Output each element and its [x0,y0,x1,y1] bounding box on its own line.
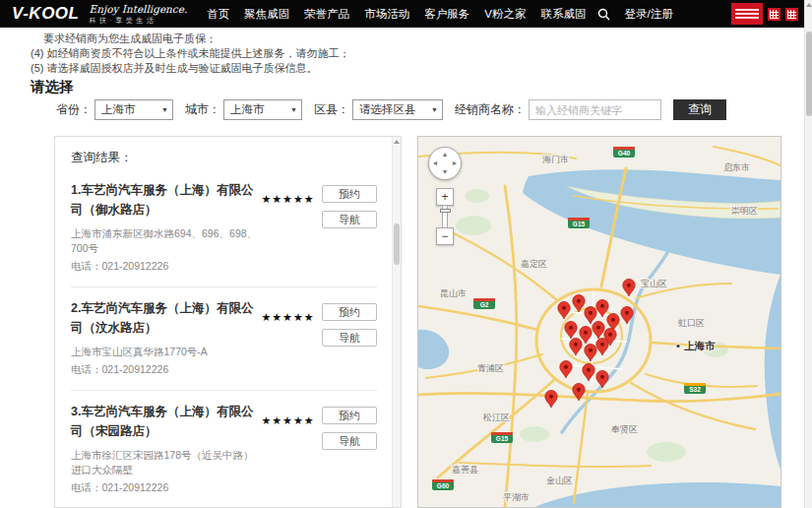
shanghai-map[interactable]: G40G15G2S32G60G15海门市启东市崇明区宝山区嘉定区昆山市虹口区上海… [418,137,781,507]
terms-line: 要求经销商为您生成威固电子质保； [31,32,350,46]
dealer-name-input[interactable] [529,99,661,120]
svg-text:G40: G40 [618,150,631,157]
star-rating: ★★★★★ [261,402,322,495]
map-label: 平湖市 [503,492,530,502]
dealer-address: 上海市徐汇区宋园路178号（近吴中路）进口大众隔壁 [71,448,261,477]
results-list: 1.车艺尚汽车服务（上海）有限公司（御水路店） 上海市浦东新区御水路694、69… [71,169,377,508]
nav-link[interactable]: 聚焦威固 [244,7,289,22]
dealer-info: 1.车艺尚汽车服务（上海）有限公司（御水路店） 上海市浦东新区御水路694、69… [71,180,261,274]
svg-text:G15: G15 [496,435,509,442]
nav-link[interactable]: V粉之家 [484,7,526,22]
navigate-button[interactable]: 导航 [322,432,377,450]
district-label: 区县： [314,101,349,118]
province-label: 省份： [56,101,92,118]
map-label: 崇明区 [731,206,758,216]
city-value: 上海市 [230,102,265,117]
qr-code-icon-1[interactable] [768,8,781,21]
filter-bar: 省份： 上海市 ▼ 城市： 上海市 ▼ 区县： 请选择区县 ▼ 经销商名称： 查… [56,99,726,120]
tagline-english: Enjoy Intelligence. [89,4,187,15]
dealer-name-label: 经销商名称： [455,101,526,118]
search-icon[interactable] [597,8,610,21]
map-zoom-control: + − [436,188,454,245]
road-shield: G40 [613,147,635,158]
chevron-down-icon: ▼ [290,106,297,113]
results-scrollbar-thumb[interactable] [394,223,400,265]
svg-text:G60: G60 [437,482,450,489]
dealer-phone: 电话：021-20912226 [71,259,261,274]
zoom-in-button[interactable]: + [436,188,454,206]
map-label: 启东市 [723,162,750,172]
nav-link[interactable]: 联系威固 [540,7,586,22]
zoom-slider-thumb[interactable] [440,209,451,213]
dealer-result-item[interactable]: 1.车艺尚汽车服务（上海）有限公司（御水路店） 上海市浦东新区御水路694、69… [71,169,377,287]
pan-up-icon[interactable]: ▴ [443,151,447,159]
map-label: 嘉善县 [452,465,478,475]
page-scrollbar[interactable] [804,0,812,508]
page-scrollbar-thumb[interactable] [806,32,812,116]
city-dot [676,344,680,348]
login-register-link[interactable]: 登录/注册 [624,7,672,22]
star-rating: ★★★★★ [261,180,322,274]
dealer-address: 上海市浦东新区御水路694、696、698、700号 [71,226,261,256]
zoom-out-button[interactable]: − [436,227,454,245]
dealer-phone: 电话：021-20912226 [71,480,261,495]
results-scrollbar[interactable] [392,137,401,507]
svg-text:S32: S32 [689,386,701,393]
map-label: 上海市 [684,340,716,351]
promo-badge[interactable] [731,3,763,25]
road-shield: G2 [473,298,495,309]
navigate-button[interactable]: 导航 [322,211,377,228]
zoom-slider[interactable] [442,206,448,227]
province-select[interactable]: 上海市 ▼ [94,99,173,120]
road-shield: S32 [684,383,706,394]
dealer-info: 3.车艺尚汽车服务（上海）有限公司（宋园路店） 上海市徐汇区宋园路178号（近吴… [71,402,261,495]
vkool-logo[interactable]: V-KOOL [12,4,79,24]
map-pan-control[interactable]: ▴ ▾ ◂ ▸ [428,147,462,180]
svg-text:G15: G15 [573,221,586,227]
brand-tagline: Enjoy Intelligence. 科技·享受生活 [89,4,187,24]
star-rating: ★★★★★ [261,298,322,377]
tagline-chinese: 科技·享受生活 [89,17,187,24]
dealer-result-item[interactable]: 3.车艺尚汽车服务（上海）有限公司（宋园路店） 上海市徐汇区宋园路178号（近吴… [71,391,377,508]
dealer-address: 上海市宝山区真华路1770号-A [71,345,261,359]
search-button[interactable]: 查询 [673,99,726,120]
dealer-name: 1.车艺尚汽车服务（上海）有限公司（御水路店） [71,180,261,220]
qr-code-icon-2[interactable] [785,8,798,21]
pan-down-icon[interactable]: ▾ [443,168,447,176]
road-shield: G60 [432,479,454,490]
chevron-down-icon: ▼ [431,106,438,113]
city-label: 城市： [185,101,220,118]
map-label: 奉贤区 [611,424,638,434]
city-select[interactable]: 上海市 ▼ [223,99,302,120]
dealer-actions: 预约 导航 [322,298,377,377]
map-label: 昆山市 [440,288,467,298]
district-select[interactable]: 请选择区县 ▼ [352,99,443,120]
nav-link[interactable]: 首页 [207,7,229,22]
map-label: 青浦区 [477,363,504,373]
road-shield: G15 [568,218,590,228]
book-button[interactable]: 预约 [322,407,377,424]
dealer-result-item[interactable]: 2.车艺尚汽车服务（上海）有限公司（汶水路店） 上海市宝山区真华路1770号-A… [71,287,377,391]
pan-right-icon[interactable]: ▸ [453,159,457,167]
book-button[interactable]: 预约 [322,303,377,321]
nav-links: 首页聚焦威固荣誉产品市场活动客户服务V粉之家联系威固 [207,7,586,22]
nav-link[interactable]: 客户服务 [424,7,469,22]
district-value: 请选择区县 [359,102,416,117]
nav-link[interactable]: 市场活动 [364,7,409,22]
dealer-actions: 预约 导航 [322,402,377,495]
pan-left-icon[interactable]: ◂ [433,159,437,167]
map-label: 金山区 [546,476,573,485]
scroll-up-icon[interactable] [806,3,812,7]
dealer-actions: 预约 导航 [322,180,377,274]
map-label: 海门市 [542,155,569,164]
nav-link[interactable]: 荣誉产品 [304,7,349,22]
book-button[interactable]: 预约 [322,185,377,203]
map-panel[interactable]: G40G15G2S32G60G15海门市启东市崇明区宝山区嘉定区昆山市虹口区上海… [417,136,781,508]
navigate-button[interactable]: 导航 [322,329,377,347]
map-label: 虹口区 [678,318,705,328]
dealer-info: 2.车艺尚汽车服务（上海）有限公司（汶水路店） 上海市宝山区真华路1770号-A… [71,298,261,377]
results-panel: 查询结果： 1.车艺尚汽车服务（上海）有限公司（御水路店） 上海市浦东新区御水路… [54,136,402,508]
scroll-up-icon[interactable] [394,140,400,144]
dealer-phone: 电话：021-20912226 [71,362,261,377]
chevron-down-icon: ▼ [161,106,168,113]
